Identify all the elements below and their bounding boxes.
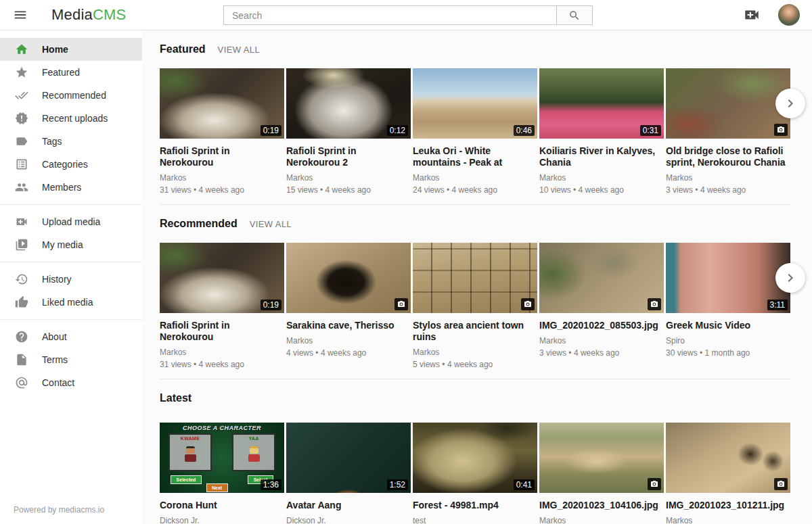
media-meta: 3 views • 4 weeks ago bbox=[666, 185, 790, 195]
sidebar: Home Featured Recommended Recent uploads… bbox=[0, 30, 142, 524]
sidebar-item-terms[interactable]: Terms bbox=[0, 348, 142, 371]
view-all-link[interactable]: VIEW ALL bbox=[218, 45, 260, 55]
media-card[interactable]: 0:19 Rafioli Sprint in Nerokourou Markos… bbox=[160, 68, 284, 195]
media-author: Markos bbox=[286, 173, 411, 183]
media-card[interactable]: 0:19 Rafioli Sprint in Nerokourou Markos… bbox=[160, 243, 284, 369]
search-bar bbox=[223, 5, 593, 25]
media-author: Dickson Jr. bbox=[286, 516, 411, 524]
list-icon bbox=[15, 158, 28, 171]
sidebar-item-label: Liked media bbox=[42, 297, 93, 308]
duration-badge: 0:19 bbox=[261, 125, 281, 136]
media-card[interactable]: 0:41 Forest - 49981.mp4 test 17 views • … bbox=[413, 423, 537, 524]
history-clock-icon bbox=[15, 272, 28, 286]
user-avatar[interactable] bbox=[778, 4, 800, 26]
duration-badge: 0:12 bbox=[387, 125, 408, 136]
section-title: Latest bbox=[160, 391, 191, 405]
view-all-link[interactable]: VIEW ALL bbox=[250, 219, 292, 229]
media-author: Markos bbox=[666, 173, 790, 183]
media-card[interactable]: IMG_20201023_104106.jpg Markos 4 views •… bbox=[539, 423, 664, 524]
media-card[interactable]: CHOOSE A CHARACTER KWAME YAA Selected Se… bbox=[160, 423, 284, 524]
sidebar-item-categories[interactable]: Categories bbox=[0, 153, 142, 176]
duration-badge: 0:41 bbox=[514, 479, 535, 490]
media-meta: 30 views • 1 month ago bbox=[666, 348, 790, 358]
sidebar-item-recommended[interactable]: Recommended bbox=[0, 84, 142, 107]
media-title: Rafioli Sprint in Nerokourou bbox=[160, 145, 280, 168]
media-title: Greek Music Video bbox=[666, 320, 786, 331]
media-author: Markos bbox=[286, 336, 411, 346]
sidebar-item-upload-media[interactable]: Upload media bbox=[0, 210, 142, 233]
sidebar-item-members[interactable]: Members bbox=[0, 176, 142, 199]
game-character-name: YAA bbox=[233, 436, 274, 441]
section-recommended: Recommended VIEW ALL 0:19 Rafioli Sprint… bbox=[160, 205, 812, 379]
sidebar-item-label: Terms bbox=[42, 354, 68, 365]
sidebar-item-contact[interactable]: Contact bbox=[0, 371, 142, 394]
camera-icon bbox=[394, 298, 408, 310]
sidebar-item-about[interactable]: About bbox=[0, 325, 142, 348]
sidebar-item-home[interactable]: Home bbox=[0, 38, 142, 61]
media-meta: 4 views • 4 weeks ago bbox=[286, 348, 411, 358]
photo-thumbnail bbox=[413, 243, 537, 313]
star-icon bbox=[15, 66, 28, 79]
video-thumbnail: 0:12 bbox=[286, 68, 411, 139]
media-card[interactable]: 0:31 Koiliaris River in Kalyves, Chania … bbox=[539, 68, 664, 195]
sidebar-item-label: Tags bbox=[42, 136, 62, 147]
sidebar-item-label: Categories bbox=[42, 159, 88, 170]
sidebar-group-info: About Terms Contact bbox=[0, 319, 142, 400]
media-card[interactable]: Old bridge close to Rafioli sprint, Nero… bbox=[666, 68, 790, 195]
media-card[interactable]: Stylos area ancient town ruins Markos 5 … bbox=[413, 243, 537, 369]
media-card[interactable]: IMG_20201023_101211.jpg Markos 4 views •… bbox=[666, 423, 790, 524]
media-title: IMG_20201023_101211.jpg bbox=[666, 500, 786, 511]
section-title: Featured bbox=[160, 43, 206, 56]
media-card[interactable]: Sarakina cave, Therisso Markos 4 views •… bbox=[286, 243, 411, 369]
search-button[interactable] bbox=[556, 5, 593, 25]
media-card[interactable]: 3:11 Greek Music Video Spiro 30 views • … bbox=[666, 243, 790, 369]
carousel-next-button[interactable] bbox=[775, 89, 805, 118]
sidebar-item-my-media[interactable]: My media bbox=[0, 233, 142, 256]
hamburger-menu-button[interactable] bbox=[11, 5, 30, 24]
sidebar-item-label: Contact bbox=[42, 377, 74, 388]
media-card[interactable]: 0:46 Leuka Ori - White mountains - Peak … bbox=[413, 68, 537, 195]
hamburger-icon bbox=[13, 7, 28, 22]
sidebar-item-label: About bbox=[42, 331, 67, 342]
sidebar-group-media: Upload media My media bbox=[0, 204, 142, 262]
media-meta: 31 views • 4 weeks ago bbox=[160, 360, 284, 369]
media-title: Sarakina cave, Therisso bbox=[286, 320, 407, 331]
upload-media-button[interactable] bbox=[743, 6, 761, 24]
camera-icon bbox=[648, 478, 661, 490]
sidebar-item-recent-uploads[interactable]: Recent uploads bbox=[0, 107, 142, 130]
media-title: Koiliaris River in Kalyves, Chania bbox=[539, 145, 660, 168]
media-title: IMG_20201023_104106.jpg bbox=[539, 500, 660, 511]
camera-icon bbox=[774, 124, 788, 136]
media-author: Markos bbox=[539, 516, 664, 524]
photo-thumbnail bbox=[539, 243, 664, 313]
media-meta: 31 views • 4 weeks ago bbox=[160, 185, 284, 195]
mediacms-logo[interactable]: MediaCMS bbox=[51, 6, 126, 24]
sidebar-item-tags[interactable]: Tags bbox=[0, 130, 142, 153]
camera-icon bbox=[774, 478, 788, 490]
people-icon bbox=[15, 181, 28, 194]
media-card[interactable]: 0:12 Rafioli Sprint in Nerokourou 2 Mark… bbox=[286, 68, 411, 195]
duration-badge: 1:52 bbox=[387, 479, 408, 490]
sidebar-item-label: History bbox=[42, 274, 72, 285]
game-selected-button: Selected bbox=[171, 475, 202, 484]
search-input[interactable] bbox=[223, 5, 556, 25]
media-meta: 24 views • 4 weeks ago bbox=[413, 185, 537, 195]
sidebar-item-label: My media bbox=[42, 239, 83, 250]
sidebar-item-featured[interactable]: Featured bbox=[0, 61, 142, 84]
carousel-next-button[interactable] bbox=[775, 263, 805, 293]
media-card[interactable]: IMG_20201022_085503.jpg Markos 3 views •… bbox=[539, 243, 664, 369]
media-author: Markos bbox=[160, 348, 284, 357]
section-latest: Latest CHOOSE A CHARACTER KWAME YAA Sele… bbox=[160, 379, 812, 524]
media-author: Markos bbox=[160, 173, 284, 183]
sidebar-item-label: Upload media bbox=[42, 216, 100, 227]
sidebar-item-history[interactable]: History bbox=[0, 268, 142, 291]
videocam-plus-icon bbox=[15, 215, 28, 229]
media-meta: 15 views • 4 weeks ago bbox=[286, 185, 411, 195]
latest-cards-row: CHOOSE A CHARACTER KWAME YAA Selected Se… bbox=[160, 423, 791, 524]
media-title: Forest - 49981.mp4 bbox=[413, 500, 533, 511]
sidebar-item-liked-media[interactable]: Liked media bbox=[0, 291, 142, 314]
sidebar-item-label: Home bbox=[42, 44, 68, 55]
duration-badge: 3:11 bbox=[767, 300, 788, 310]
media-card[interactable]: 1:52 Avatar Aang Dickson Jr. 12 views • … bbox=[286, 423, 411, 524]
sidebar-group-browse: Home Featured Recommended Recent uploads… bbox=[0, 30, 142, 204]
